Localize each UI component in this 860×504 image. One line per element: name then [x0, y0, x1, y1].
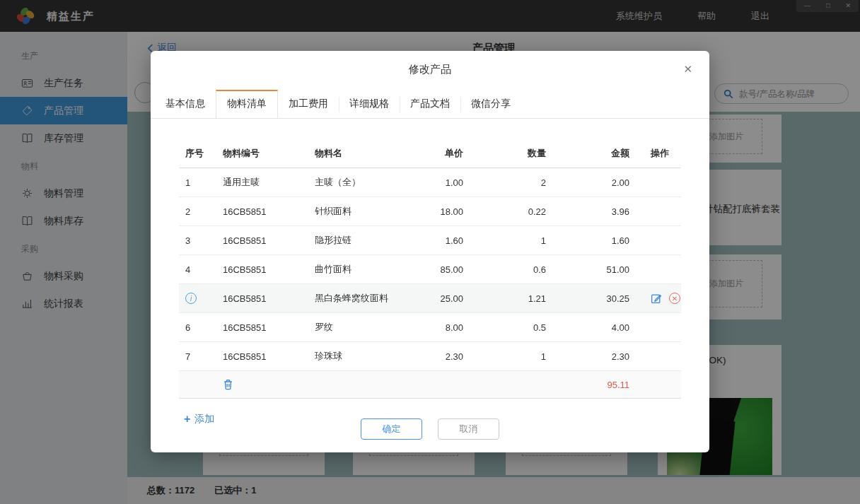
edit-product-modal: 修改产品 ✕ 基本信息 物料清单 加工费用 详细规格 产品文档 微信分享 序号 … [151, 51, 709, 452]
table-row[interactable]: 2 16CB5851 针织面料 18.00 0.22 3.96 [179, 197, 681, 226]
modal-title: 修改产品 [151, 51, 709, 76]
col-header-code: 物料编号 [214, 139, 306, 168]
modal-tabs: 基本信息 物料清单 加工费用 详细规格 产品文档 微信分享 [151, 90, 709, 119]
tab-wechat-share[interactable]: 微信分享 [460, 90, 521, 118]
col-header-operation: 操作 [629, 139, 681, 168]
close-icon[interactable]: ✕ [680, 60, 695, 78]
cancel-button[interactable]: 取消 [438, 418, 499, 440]
col-header-qty: 数量 [463, 139, 546, 168]
total-amount: 95.11 [546, 371, 629, 399]
table-header-row: 序号 物料编号 物料名 单价 数量 金额 操作 [179, 139, 681, 168]
table-row-selected[interactable]: i 16CB5851 黑白条蜂窝纹面料 25.00 1.21 30.25 ✕ [179, 284, 681, 313]
info-icon[interactable]: i [185, 293, 197, 304]
table-row[interactable]: 4 16CB5851 曲竹面料 85.00 0.6 51.00 [179, 255, 681, 284]
table-row[interactable]: 6 16CB5851 罗纹 8.00 0.5 4.00 [179, 313, 681, 342]
tab-basic-info[interactable]: 基本信息 [155, 90, 216, 118]
table-row[interactable]: 3 16CB5851 隐形拉链 1.60 1 1.60 [179, 226, 681, 255]
ok-button[interactable]: 确定 [361, 418, 422, 440]
tab-processing-fee[interactable]: 加工费用 [278, 90, 339, 118]
modal-buttons: 确定 取消 [151, 418, 709, 440]
delete-row-icon[interactable]: ✕ [669, 293, 680, 304]
table-row[interactable]: 7 16CB5851 珍珠球 2.30 1 2.30 [179, 342, 681, 371]
col-header-price: 单价 [423, 139, 463, 168]
col-header-no: 序号 [179, 139, 214, 168]
col-header-amount: 金额 [546, 139, 629, 168]
trash-icon[interactable] [223, 379, 306, 390]
tab-bom[interactable]: 物料清单 [216, 90, 278, 119]
tab-product-docs[interactable]: 产品文档 [400, 90, 460, 118]
table-footer-row: 95.11 [179, 371, 681, 399]
tab-detailed-specs[interactable]: 详细规格 [339, 90, 400, 118]
col-header-name: 物料名 [306, 139, 423, 168]
bom-table: 序号 物料编号 物料名 单价 数量 金额 操作 1 通用主唛 主唛（全） 1.0… [179, 139, 681, 399]
table-row[interactable]: 1 通用主唛 主唛（全） 1.00 2 2.00 [179, 168, 681, 197]
edit-row-icon[interactable] [651, 293, 662, 304]
